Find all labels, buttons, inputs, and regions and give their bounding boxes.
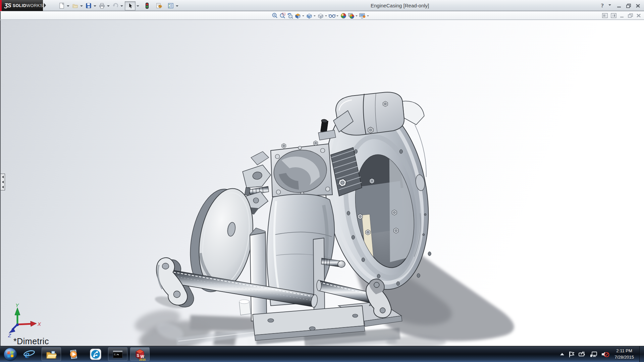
- sw-badge-2015: 2015: [139, 358, 146, 361]
- undo-button[interactable]: [111, 2, 119, 10]
- doc-close-icon[interactable]: [636, 13, 641, 18]
- solidworks-button[interactable]: S W 2015: [130, 347, 150, 361]
- open-folder-icon: [72, 2, 78, 9]
- options-dropdown-icon[interactable]: [176, 5, 178, 8]
- view-orientation-cube-icon: [306, 12, 313, 19]
- share-app-icon: [90, 348, 102, 360]
- view-orientation-button[interactable]: [306, 12, 313, 19]
- save-button[interactable]: [85, 2, 93, 10]
- print-button[interactable]: [98, 2, 106, 10]
- pane-left-icon[interactable]: [602, 13, 608, 18]
- show-hidden-icons-chevron[interactable]: [559, 352, 565, 356]
- brand-solid: SOLID: [13, 3, 26, 8]
- options-button[interactable]: [167, 2, 175, 10]
- options-icon: [167, 2, 174, 9]
- view-orientation-label: *Dimetric: [13, 337, 49, 346]
- system-tray: 2:11 PM 7/28/2015: [559, 346, 644, 362]
- edit-appearance-button[interactable]: [340, 12, 347, 19]
- zoom-to-fit-icon: [271, 12, 278, 19]
- display-style-dropdown-icon[interactable]: [325, 15, 327, 17]
- save-dropdown-icon[interactable]: [94, 5, 96, 8]
- triad-y-label: Y: [15, 302, 19, 308]
- zoom-to-area-button[interactable]: [279, 12, 286, 19]
- volume-muted-icon[interactable]: [601, 351, 610, 358]
- new-document-icon: [58, 2, 65, 9]
- print-dropdown-icon[interactable]: [107, 5, 110, 8]
- graphics-area[interactable]: Y X Z *Dimetric: [0, 20, 644, 346]
- zoom-to-area-icon: [279, 12, 286, 19]
- open-button[interactable]: [71, 2, 79, 10]
- print-icon: [99, 2, 105, 9]
- previous-view-button[interactable]: [286, 12, 294, 19]
- folder-icon: [46, 349, 57, 359]
- solidworks-logo: ƷS SOLID WORKS: [0, 0, 43, 11]
- document-window-controls: [602, 12, 641, 19]
- menu-expand-icon[interactable]: [44, 3, 46, 8]
- network-icon[interactable]: [590, 351, 598, 358]
- apply-scene-icon: [348, 12, 355, 19]
- taskbar-command-prompt[interactable]: C:\: [107, 346, 129, 362]
- view-settings-icon: [359, 12, 366, 19]
- solidworks-2015-icon: S W 2015: [133, 348, 146, 361]
- dassault-3ds-icon: ƷS: [4, 2, 11, 9]
- select-cursor-icon: [127, 2, 133, 9]
- power-battery-icon[interactable]: [578, 351, 586, 358]
- feature-manager-collapsed-tab[interactable]: [1, 174, 5, 190]
- logo-red-stripe: [0, 0, 2, 11]
- taskbar-solidworks[interactable]: S W 2015: [129, 346, 151, 362]
- new-document-button[interactable]: [58, 2, 66, 10]
- start-button[interactable]: [3, 347, 18, 362]
- select-button[interactable]: [125, 1, 136, 10]
- view-settings-dropdown-icon[interactable]: [367, 15, 369, 17]
- open-dropdown-icon[interactable]: [80, 5, 83, 8]
- view-orientation-dropdown-icon[interactable]: [314, 15, 316, 17]
- orientation-triad: Y X Z: [8, 302, 41, 338]
- appearance-ball-icon: [340, 12, 347, 19]
- minimize-icon[interactable]: [616, 3, 622, 8]
- apply-scene-button[interactable]: [347, 12, 355, 19]
- sw-letter-s: S: [137, 353, 140, 358]
- undo-icon: [112, 2, 119, 9]
- section-view-icon: [294, 12, 301, 19]
- show-desktop-button[interactable]: [639, 346, 644, 362]
- file-properties-button[interactable]: [155, 2, 163, 10]
- rebuild-button[interactable]: [143, 2, 151, 10]
- taskbar-internet-explorer[interactable]: e: [18, 346, 40, 362]
- heads-up-strip: [0, 11, 644, 20]
- eyeglasses-icon: [328, 12, 336, 19]
- windows-start-icon: [3, 347, 17, 361]
- help-dropdown-icon[interactable]: [608, 4, 611, 7]
- view-settings-button[interactable]: [359, 12, 366, 19]
- hide-show-items-button[interactable]: [328, 12, 336, 19]
- apply-scene-dropdown-icon[interactable]: [356, 15, 358, 17]
- select-dropdown-icon[interactable]: [137, 5, 139, 8]
- doc-restore-icon[interactable]: [628, 13, 633, 18]
- restore-icon[interactable]: [626, 3, 632, 8]
- brand-works: WORKS: [26, 3, 43, 8]
- taskbar-windows-explorer[interactable]: [40, 346, 62, 362]
- model-3d-view[interactable]: Y X Z: [1, 20, 644, 346]
- tray-clock[interactable]: 2:11 PM 7/28/2015: [614, 348, 634, 361]
- file-properties-icon: [156, 2, 163, 9]
- command-prompt-button[interactable]: C:\: [108, 347, 127, 361]
- doc-minimize-icon[interactable]: [620, 13, 625, 18]
- undo-dropdown-icon[interactable]: [120, 5, 123, 8]
- close-icon[interactable]: [635, 3, 641, 8]
- action-center-flag-icon[interactable]: [568, 351, 575, 358]
- display-style-button[interactable]: [317, 12, 324, 19]
- section-dropdown-icon[interactable]: [302, 15, 304, 17]
- svg-text:e: e: [25, 348, 30, 360]
- triad-x-label: X: [37, 321, 41, 327]
- hide-show-dropdown-icon[interactable]: [336, 15, 338, 17]
- new-dropdown-icon[interactable]: [67, 5, 69, 8]
- zoom-to-fit-button[interactable]: [271, 12, 278, 19]
- section-view-button[interactable]: [294, 12, 302, 19]
- pane-right-icon[interactable]: [611, 13, 616, 18]
- help-icon[interactable]: ?: [601, 2, 604, 9]
- tray-date: 7/28/2015: [614, 354, 634, 361]
- taskbar-media-player[interactable]: [62, 346, 85, 362]
- taskbar-share-app[interactable]: [85, 346, 107, 362]
- windows-explorer-button[interactable]: [42, 347, 61, 361]
- previous-view-icon: [287, 12, 293, 19]
- windows-taskbar: e: [0, 346, 644, 362]
